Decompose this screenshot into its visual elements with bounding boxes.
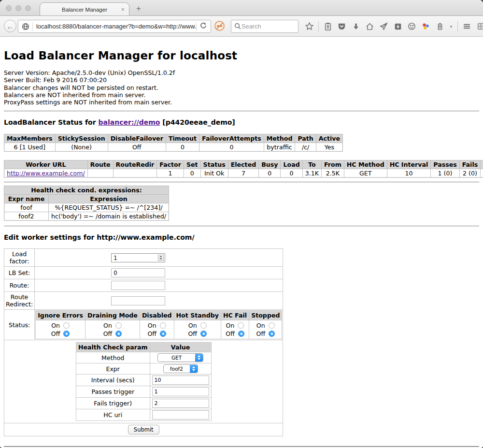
- toolbar-icons: ▾: [304, 16, 483, 37]
- load-factor-input[interactable]: 1: [111, 253, 165, 262]
- server-built-line: Server Built: Feb 9 2016 07:00:20: [4, 76, 479, 84]
- hc-interval-input[interactable]: [152, 376, 209, 385]
- search-bar[interactable]: [231, 20, 298, 33]
- worker-value-cell: 10: [387, 169, 431, 178]
- status-heading-prefix: LoadBalancer Status for: [4, 118, 99, 126]
- color-dots-icon[interactable]: [421, 21, 431, 31]
- radio-on[interactable]: [200, 322, 207, 329]
- radio-off-selected[interactable]: [63, 331, 70, 337]
- new-tab-button[interactable]: +: [136, 4, 141, 14]
- panel-download-icon[interactable]: [393, 21, 403, 31]
- worker-value-cell: 2.5K: [321, 169, 344, 178]
- content-blocked-icon[interactable]: [214, 21, 225, 31]
- pocket-icon[interactable]: [337, 21, 347, 31]
- route-redirect-input[interactable]: [111, 296, 165, 305]
- lb-set-row: LB Set:: [4, 267, 283, 279]
- tab-title: Balancer Manager: [62, 7, 107, 13]
- radio-off-selected[interactable]: [269, 331, 275, 337]
- route-input[interactable]: [111, 281, 165, 290]
- worker-header-cell: Busy: [259, 160, 281, 169]
- number-spinner-icon[interactable]: [158, 255, 164, 261]
- balancer-demo-link[interactable]: balancer://demo: [99, 118, 160, 126]
- expression-row: foof2 hc('body') =~ /domain is establish…: [4, 212, 169, 221]
- hc-fails-input[interactable]: [152, 399, 209, 408]
- worker-url-link[interactable]: http://www.example.com/: [7, 170, 85, 177]
- balancer-header-cell: Timeout: [166, 134, 199, 143]
- status-col-header: Hot Standby: [174, 311, 221, 320]
- radio-off-selected[interactable]: [115, 331, 122, 337]
- radio-on[interactable]: [160, 322, 166, 329]
- hc-expr-row: Expr foof2: [76, 363, 211, 375]
- worker-value-cell: 0: [281, 169, 302, 178]
- worker-value-cell: GET: [344, 169, 387, 178]
- status-col-header: Draining Mode: [85, 311, 140, 320]
- radio-on[interactable]: [115, 322, 122, 329]
- worker-row: http://www.example.com/ 1 0 Init Ok 7 0 …: [4, 169, 483, 178]
- send-tab-icon[interactable]: [379, 21, 389, 31]
- hc-uri-input[interactable]: [152, 410, 209, 419]
- worker-header-cell: Status: [200, 160, 228, 169]
- status-col-header: HC Fail: [221, 311, 249, 320]
- hamburger-menu-icon[interactable]: [462, 21, 472, 31]
- status-label: Status:: [4, 310, 35, 340]
- loadbalancer-status-heading: LoadBalancer Status for balancer://demo …: [4, 118, 479, 126]
- forum-smiley-icon[interactable]: [407, 21, 417, 31]
- balancer-header-cell: StickySession: [55, 134, 108, 143]
- worker-value-cell: 3.1K: [302, 169, 321, 178]
- load-factor-label: Load factor:: [4, 249, 35, 267]
- radio-on[interactable]: [269, 322, 275, 329]
- submit-button[interactable]: Submit: [128, 425, 159, 434]
- radio-on[interactable]: [238, 322, 244, 329]
- back-button[interactable]: ←: [4, 20, 16, 32]
- radio-off-selected[interactable]: [200, 331, 207, 337]
- home-icon[interactable]: [365, 21, 375, 31]
- search-input[interactable]: [242, 23, 295, 30]
- status-radio-cell-hot-standby: On Off: [174, 320, 221, 339]
- balancer-value-cell: /c/: [295, 143, 316, 152]
- route-redirect-label: Route Redirect:: [4, 292, 35, 310]
- hc-uri-label: HC uri: [76, 409, 150, 421]
- url-bar[interactable]: localhost:8880/balancer-manager?b=demo&w…: [18, 20, 211, 33]
- tile-grid-icon[interactable]: [476, 21, 483, 31]
- tab-close-icon[interactable]: ×: [121, 6, 125, 13]
- battery-icon[interactable]: [435, 21, 445, 31]
- radio-on[interactable]: [63, 322, 70, 329]
- server-version-line: Server Version: Apache/2.5.0-dev (Unix) …: [4, 69, 479, 76]
- hc-method-select[interactable]: GET: [157, 353, 203, 362]
- tab-balancer-manager[interactable]: Balancer Manager ×: [40, 2, 129, 16]
- route-redirect-row: Route Redirect:: [4, 292, 283, 310]
- radio-off-label: Off: [103, 330, 113, 337]
- status-radio-table: Ignore Errors Draining Mode Disabled Hot…: [35, 310, 282, 339]
- expressions-table-title: Health check cond. expressions:: [4, 186, 169, 195]
- worker-header-cell: Fails: [459, 160, 481, 169]
- health-check-row: Health Check param Value Method GET: [4, 340, 283, 423]
- hc-interval-row: Interval (secs): [76, 375, 211, 386]
- hc-expr-label: Expr: [76, 363, 150, 375]
- expression-header: Expression: [49, 195, 169, 203]
- close-window-button[interactable]: [6, 5, 12, 11]
- reading-list-icon[interactable]: [323, 21, 333, 31]
- hc-value-header: Value: [150, 343, 211, 352]
- radio-on-label: On: [256, 322, 265, 329]
- worker-value-cell: Init Ok: [200, 169, 228, 178]
- minimize-window-button[interactable]: [15, 5, 21, 11]
- radio-off-selected[interactable]: [238, 331, 244, 337]
- hc-passes-input[interactable]: [152, 387, 209, 396]
- status-col-header: Disabled: [140, 311, 174, 320]
- url-text[interactable]: localhost:8880/balancer-manager?b=demo&w…: [33, 23, 196, 30]
- downloads-icon[interactable]: [351, 21, 361, 31]
- hc-expr-select[interactable]: foof2: [163, 364, 198, 373]
- window-controls[interactable]: [6, 5, 31, 11]
- load-factor-row: Load factor: 1: [4, 249, 283, 267]
- navigation-toolbar: ← localhost:8880/balancer-manager?b=demo…: [0, 16, 483, 37]
- radio-off-label: Off: [188, 330, 197, 337]
- overflow-caret-icon[interactable]: ▾: [449, 21, 454, 31]
- reload-icon[interactable]: [197, 22, 211, 30]
- divider: [4, 182, 479, 183]
- balancer-value-cell: 0: [199, 143, 264, 152]
- zoom-window-button[interactable]: [25, 5, 31, 11]
- site-identity-globe-icon[interactable]: [22, 23, 29, 30]
- bookmark-star-icon[interactable]: [304, 21, 314, 31]
- lb-set-input[interactable]: [111, 268, 165, 277]
- radio-off-selected[interactable]: [160, 331, 166, 337]
